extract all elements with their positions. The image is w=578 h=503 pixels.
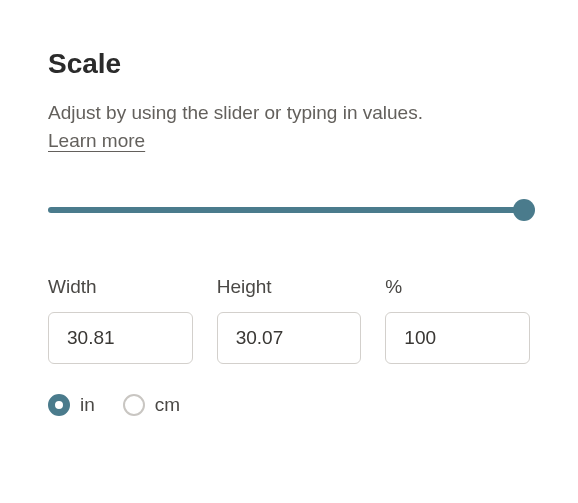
unit-in-label: in xyxy=(80,394,95,416)
unit-radio-group: in cm xyxy=(48,394,530,416)
scale-description: Adjust by using the slider or typing in … xyxy=(48,98,530,128)
learn-more-link[interactable]: Learn more xyxy=(48,130,145,152)
height-field-group: Height xyxy=(217,276,362,364)
percent-field-group: % xyxy=(385,276,530,364)
scale-slider[interactable] xyxy=(48,200,530,220)
dimension-fields: Width Height % xyxy=(48,276,530,364)
width-label: Width xyxy=(48,276,193,298)
scale-title: Scale xyxy=(48,48,530,80)
radio-icon xyxy=(123,394,145,416)
unit-cm-label: cm xyxy=(155,394,180,416)
unit-radio-in[interactable]: in xyxy=(48,394,95,416)
percent-input[interactable] xyxy=(385,312,530,364)
width-field-group: Width xyxy=(48,276,193,364)
slider-track xyxy=(48,207,530,213)
radio-icon xyxy=(48,394,70,416)
unit-radio-cm[interactable]: cm xyxy=(123,394,180,416)
height-input[interactable] xyxy=(217,312,362,364)
width-input[interactable] xyxy=(48,312,193,364)
slider-thumb[interactable] xyxy=(513,199,535,221)
percent-label: % xyxy=(385,276,530,298)
height-label: Height xyxy=(217,276,362,298)
